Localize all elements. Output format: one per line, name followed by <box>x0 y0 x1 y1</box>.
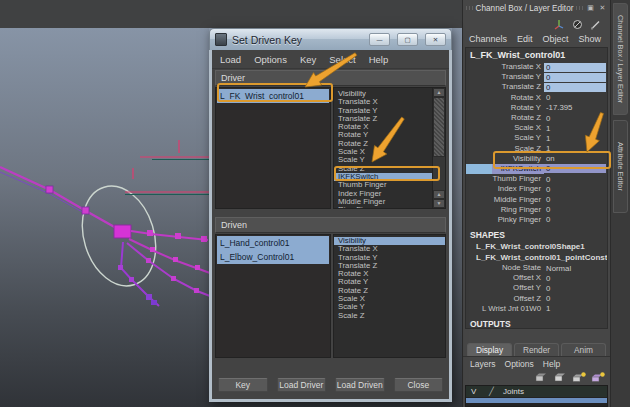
window-titlebar[interactable]: Set Driven Key — ▢ ✕ <box>209 28 452 50</box>
close-button[interactable]: ✕ <box>425 33 446 46</box>
dialog-button[interactable]: Load Driven <box>335 378 385 392</box>
channel-row[interactable]: Rotate Y -17.395 <box>466 103 607 113</box>
channel-value[interactable]: on <box>544 154 606 163</box>
channel-box-menu-item[interactable]: Show <box>579 34 602 44</box>
channel-row[interactable]: Translate Y 0 <box>466 72 607 82</box>
channel-box-menu-item[interactable]: Object <box>543 34 569 44</box>
dialog-button[interactable]: Load Driver <box>277 378 327 392</box>
channel-value[interactable]: 0 <box>544 114 606 123</box>
channel-value[interactable]: Normal <box>544 264 606 273</box>
scrollbar[interactable]: ▲ ▲ ▼ <box>432 88 445 208</box>
speed-control-icon[interactable] <box>572 19 583 30</box>
scroll-track[interactable] <box>433 157 445 190</box>
channel-row[interactable]: Index Finger 0 <box>466 184 607 194</box>
channel-row[interactable]: Scale X 1 <box>466 123 607 133</box>
channel-row[interactable]: Translate Z 0 <box>466 82 607 92</box>
selected-layer-row[interactable] <box>466 398 607 403</box>
layer-visibility-toggle[interactable]: V <box>466 387 489 396</box>
layer-stack-icon[interactable] <box>534 372 548 383</box>
shape-node-name[interactable]: L_FK_Wrist_control0Shape1 <box>466 241 607 252</box>
channel-value[interactable]: 1 <box>544 304 606 313</box>
layer-editor-menu-item[interactable]: Options <box>505 359 534 369</box>
new-layer-from-selected-icon[interactable] <box>591 372 605 383</box>
driven-object-item[interactable]: L_Elbow_Control01 <box>217 250 329 264</box>
layer-editor-menu-item[interactable]: Layers <box>470 359 496 369</box>
maximize-button[interactable]: ▢ <box>397 33 418 46</box>
manipulator-axis-icon[interactable] <box>553 18 565 30</box>
close-icon[interactable]: ✕ <box>598 4 607 12</box>
channel-row[interactable]: IKFKSwitch 0 <box>466 164 607 174</box>
channel-row[interactable]: Scale Y 1 <box>466 133 607 143</box>
attribute-item[interactable]: Scale Z <box>334 312 445 320</box>
channel-value[interactable]: 0 <box>544 195 606 204</box>
layer-editor-tab[interactable]: Render <box>514 343 559 356</box>
scroll-thumb[interactable] <box>433 97 445 157</box>
dialog-button[interactable]: Key <box>218 378 268 392</box>
layer-row-joints[interactable]: V ╱ Joints <box>466 386 607 397</box>
channel-box-menu-item[interactable]: Channels <box>469 34 507 44</box>
dock-icon[interactable]: ▣ <box>586 4 595 12</box>
channel-value[interactable]: 0 <box>544 83 606 92</box>
menu-item[interactable]: Help <box>369 54 389 65</box>
driven-object-list[interactable]: L_Hand_control01L_Elbow_Control01 <box>215 234 331 358</box>
channel-row[interactable]: Ring Finger 0 <box>466 205 607 215</box>
channel-value[interactable]: 0 <box>544 215 606 224</box>
scroll-up-icon[interactable]: ▲ <box>433 88 445 97</box>
attribute-item[interactable]: Ring Finger <box>334 206 432 208</box>
channel-row[interactable]: Thumb Finger 0 <box>466 174 607 184</box>
channel-row[interactable]: L Wrist Jnt 01W0 1 <box>466 304 607 314</box>
channel-value[interactable]: 0 <box>544 175 606 184</box>
shape-node-name[interactable]: L_FK_Wrist_control01_pointConst... <box>466 252 607 263</box>
driven-object-item[interactable]: L_Hand_control01 <box>217 236 329 250</box>
driver-attribute-list[interactable]: VisibilityTranslate XTranslate YTranslat… <box>334 88 432 208</box>
menu-item[interactable]: Options <box>254 54 287 65</box>
channel-value[interactable]: 0 <box>544 63 606 72</box>
channel-row[interactable]: Offset Z 0 <box>466 294 607 304</box>
dialog-button[interactable]: Close <box>394 378 444 392</box>
channel-value[interactable]: 0 <box>544 284 606 293</box>
scroll-down-icon[interactable]: ▼ <box>433 199 445 208</box>
channel-row[interactable]: Offset Y 0 <box>466 283 607 293</box>
scroll-up2-icon[interactable]: ▲ <box>433 190 445 199</box>
layer-color-icon[interactable]: ╱ <box>489 387 503 396</box>
channel-box-menu-item[interactable]: Edit <box>517 34 533 44</box>
layer-editor-tab[interactable]: Display <box>467 343 512 356</box>
channel-value[interactable]: 1 <box>544 144 606 153</box>
channel-row[interactable]: Node State Normal <box>466 263 607 273</box>
menu-item[interactable]: Select <box>329 54 355 65</box>
channel-value[interactable]: 0 <box>544 205 606 214</box>
tab-attribute-editor[interactable]: Attribute Editor <box>613 120 628 213</box>
channel-row[interactable]: Visibility on <box>466 154 607 164</box>
driver-object-item[interactable]: L_FK_Wrist_control01 <box>217 89 329 103</box>
layer-editor-tab[interactable]: Anim <box>561 343 606 356</box>
minimize-button[interactable]: — <box>369 33 390 46</box>
layer-editor-menu-item[interactable]: Help <box>543 359 560 369</box>
channel-value[interactable]: 0 <box>544 274 606 283</box>
channel-row[interactable]: Translate X 0 <box>466 62 607 72</box>
driven-attribute-list[interactable]: VisibilityTranslate XTranslate YTranslat… <box>334 235 445 357</box>
channel-value[interactable]: 1 <box>544 124 606 133</box>
channel-value[interactable]: 0 <box>544 164 606 173</box>
channel-box-titlebar[interactable]: Channel Box / Layer Editor ▣ ✕ <box>463 0 610 16</box>
channel-value[interactable]: 1 <box>544 134 606 143</box>
channel-row[interactable]: Scale Z 1 <box>466 144 607 154</box>
menu-item[interactable]: Load <box>220 54 241 65</box>
layer-name[interactable]: Joints <box>503 387 607 396</box>
channel-row[interactable]: Middle Finger 0 <box>466 194 607 204</box>
layer-move-icon[interactable] <box>553 372 567 383</box>
channel-row[interactable]: Pinky Finger 0 <box>466 215 607 225</box>
driver-object-list[interactable]: L_FK_Wrist_control01 <box>215 87 331 209</box>
channel-value[interactable]: 0 <box>544 73 606 82</box>
channel-row[interactable]: Offset X 0 <box>466 273 607 283</box>
channel-object-name[interactable]: L_FK_Wrist_control01 <box>466 49 607 62</box>
channel-row[interactable]: Rotate Z 0 <box>466 113 607 123</box>
pen-icon[interactable] <box>590 19 601 30</box>
channel-row[interactable]: Rotate X 0 <box>466 93 607 103</box>
channel-value[interactable]: 0 <box>544 93 606 102</box>
new-empty-layer-icon[interactable] <box>572 372 586 383</box>
menu-item[interactable]: Key <box>300 54 316 65</box>
channel-value[interactable]: 0 <box>544 294 606 303</box>
tab-channel-box[interactable]: Channel Box / Layer Editor <box>613 3 628 115</box>
channel-value[interactable]: -17.395 <box>544 103 606 112</box>
channel-value[interactable]: 0 <box>544 185 606 194</box>
